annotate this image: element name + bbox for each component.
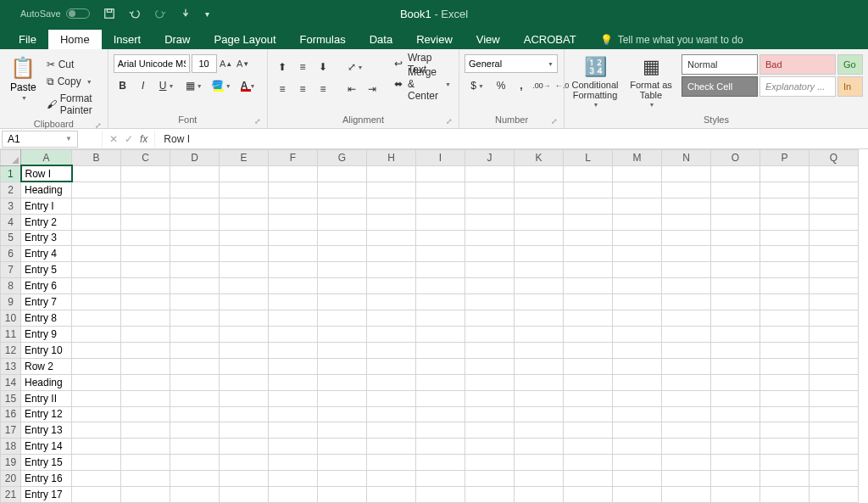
cell-F21[interactable]	[269, 487, 318, 503]
cell-C9[interactable]	[121, 294, 170, 310]
cell-M3[interactable]	[613, 198, 662, 214]
column-header-F[interactable]: F	[269, 150, 318, 166]
cell-C11[interactable]	[121, 326, 170, 342]
cell-G19[interactable]	[318, 455, 367, 471]
cell-F15[interactable]	[269, 390, 318, 406]
cell-H21[interactable]	[367, 487, 416, 503]
cell-A15[interactable]: Entry II	[21, 390, 72, 406]
cell-E12[interactable]	[220, 342, 269, 358]
cell-O5[interactable]	[711, 230, 760, 246]
cell-H3[interactable]	[367, 198, 416, 214]
cell-F7[interactable]	[269, 262, 318, 278]
cell-P9[interactable]	[760, 294, 810, 310]
cell-O13[interactable]	[711, 358, 760, 374]
cell-C16[interactable]	[121, 406, 170, 422]
cell-D19[interactable]	[170, 455, 220, 471]
cell-F1[interactable]	[269, 165, 318, 182]
cell-H19[interactable]	[367, 455, 416, 471]
cell-C17[interactable]	[121, 422, 170, 439]
cell-H1[interactable]	[367, 165, 416, 182]
cell-K4[interactable]	[515, 214, 564, 230]
column-header-P[interactable]: P	[760, 150, 810, 166]
cell-L1[interactable]	[564, 165, 613, 182]
cell-N12[interactable]	[662, 342, 711, 358]
tab-page-layout[interactable]: Page Layout	[203, 30, 288, 49]
style-normal[interactable]: Normal	[682, 54, 758, 75]
cell-K12[interactable]	[515, 342, 564, 358]
cell-Q10[interactable]	[810, 310, 859, 327]
cell-H9[interactable]	[367, 294, 416, 310]
cell-G2[interactable]	[318, 182, 367, 198]
cell-Q9[interactable]	[810, 294, 859, 310]
cell-E15[interactable]	[220, 390, 269, 406]
cell-C15[interactable]	[121, 390, 170, 406]
cell-L17[interactable]	[564, 422, 613, 439]
cell-Q11[interactable]	[810, 326, 859, 342]
cell-O17[interactable]	[711, 422, 760, 439]
tab-formulas[interactable]: Formulas	[288, 30, 358, 49]
cell-Q12[interactable]	[810, 342, 859, 358]
cell-B10[interactable]	[72, 310, 121, 327]
style-input[interactable]: In	[837, 76, 863, 97]
cell-O18[interactable]	[711, 439, 760, 455]
cell-E18[interactable]	[220, 439, 269, 455]
cell-I6[interactable]	[416, 246, 465, 262]
cell-J5[interactable]	[465, 230, 515, 246]
cell-M2[interactable]	[613, 182, 662, 198]
cell-L18[interactable]	[564, 439, 613, 455]
merge-center-button[interactable]: ⬌Merge & Center▼	[388, 75, 457, 93]
cell-C1[interactable]	[121, 165, 170, 182]
cell-Q3[interactable]	[810, 198, 859, 214]
cell-Q2[interactable]	[810, 182, 859, 198]
cell-P14[interactable]	[760, 374, 810, 390]
cell-D3[interactable]	[170, 198, 220, 214]
cell-L16[interactable]	[564, 406, 613, 422]
cell-O15[interactable]	[711, 390, 760, 406]
cell-B18[interactable]	[72, 439, 121, 455]
cell-G1[interactable]	[318, 165, 367, 182]
cell-O1[interactable]	[711, 165, 760, 182]
cell-E16[interactable]	[220, 406, 269, 422]
undo-icon[interactable]	[129, 8, 141, 20]
row-header-19[interactable]: 19	[1, 455, 21, 471]
cell-B3[interactable]	[72, 198, 121, 214]
cell-M4[interactable]	[613, 214, 662, 230]
cell-F6[interactable]	[269, 246, 318, 262]
cell-E13[interactable]	[220, 358, 269, 374]
column-header-C[interactable]: C	[121, 150, 170, 166]
cell-P6[interactable]	[760, 246, 810, 262]
cell-M15[interactable]	[613, 390, 662, 406]
cell-L12[interactable]	[564, 342, 613, 358]
cell-D11[interactable]	[170, 326, 220, 342]
row-header-20[interactable]: 20	[1, 471, 21, 487]
cell-K17[interactable]	[515, 422, 564, 439]
align-bottom-button[interactable]: ⬇	[314, 58, 332, 76]
tab-file[interactable]: File	[7, 30, 48, 49]
cell-I10[interactable]	[416, 310, 465, 327]
cell-A6[interactable]: Entry 4	[21, 246, 72, 262]
cell-N15[interactable]	[662, 390, 711, 406]
cell-F8[interactable]	[269, 278, 318, 294]
cell-O10[interactable]	[711, 310, 760, 327]
cell-F11[interactable]	[269, 326, 318, 342]
cell-G7[interactable]	[318, 262, 367, 278]
cell-K21[interactable]	[515, 487, 564, 503]
cell-N17[interactable]	[662, 422, 711, 439]
cell-D16[interactable]	[170, 406, 220, 422]
cell-P15[interactable]	[760, 390, 810, 406]
tab-acrobat[interactable]: ACROBAT	[512, 30, 588, 49]
cell-H8[interactable]	[367, 278, 416, 294]
cell-P12[interactable]	[760, 342, 810, 358]
cell-N4[interactable]	[662, 214, 711, 230]
cell-G9[interactable]	[318, 294, 367, 310]
cell-G14[interactable]	[318, 374, 367, 390]
tab-view[interactable]: View	[465, 30, 512, 49]
cell-A7[interactable]: Entry 5	[21, 262, 72, 278]
cell-C6[interactable]	[121, 246, 170, 262]
cell-Q15[interactable]	[810, 390, 859, 406]
cell-J15[interactable]	[465, 390, 515, 406]
cell-L10[interactable]	[564, 310, 613, 327]
column-header-E[interactable]: E	[220, 150, 269, 166]
cell-N1[interactable]	[662, 165, 711, 182]
decrease-font-button[interactable]: A▼	[236, 54, 251, 73]
